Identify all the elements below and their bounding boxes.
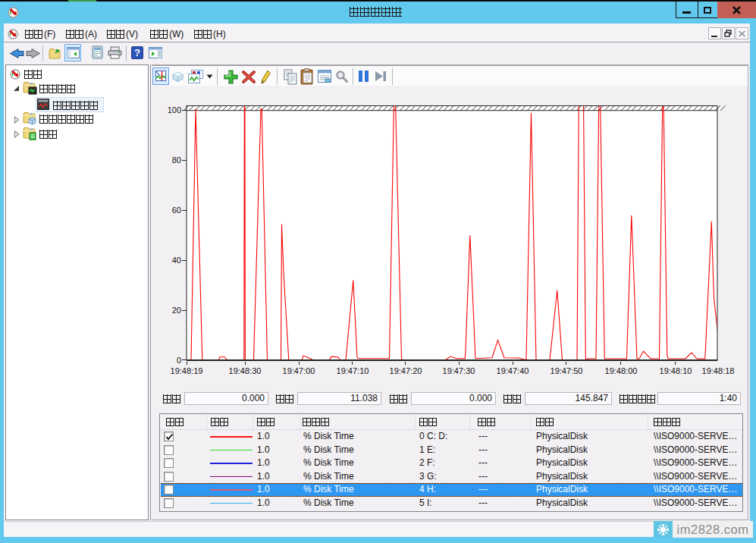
svg-text:?: ? [134,47,140,58]
